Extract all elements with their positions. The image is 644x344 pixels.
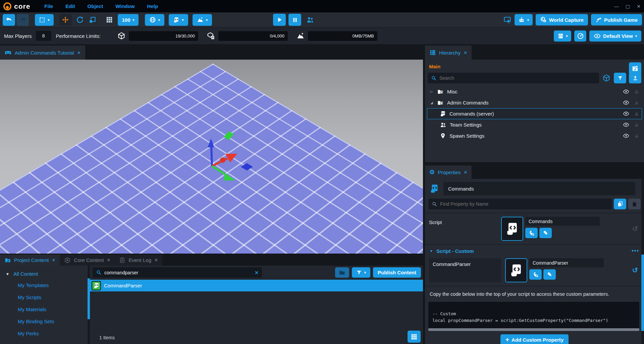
hierarchy-row-admin-commands[interactable]: ◢ Admin Commands: [427, 97, 642, 108]
rotate-tool-button[interactable]: [76, 16, 84, 24]
find-asset-button[interactable]: [525, 228, 538, 238]
menu-object[interactable]: Object: [88, 3, 103, 9]
gizmo-y-arrow[interactable]: [224, 173, 235, 181]
tab-scene[interactable]: Admin Commands Tutorial ✕: [0, 46, 85, 60]
custom-property-value-field[interactable]: CommandParser: [529, 258, 604, 267]
clear-search-icon[interactable]: ✕: [255, 270, 259, 275]
performance-gauge-button[interactable]: [574, 30, 586, 42]
expand-triangle-icon[interactable]: ▼: [6, 272, 9, 276]
tab-close-icon[interactable]: ✕: [52, 258, 55, 263]
terrain-dropdown[interactable]: ▾: [193, 14, 212, 26]
world-capture-button[interactable]: World Capture: [536, 14, 588, 25]
close-button[interactable]: ✕: [637, 4, 641, 9]
properties-scrollbar-thumb[interactable]: [641, 255, 644, 331]
code-horizontal-scrollbar[interactable]: [428, 328, 639, 331]
hierarchy-search-input[interactable]: [439, 75, 596, 81]
sidebar-item-my-perks[interactable]: My Perks: [0, 328, 88, 340]
gizmo-z-axis[interactable]: [211, 147, 212, 166]
tab-close-icon[interactable]: ✕: [107, 258, 111, 263]
copy-properties-button[interactable]: [614, 199, 626, 209]
undo-button[interactable]: [3, 14, 15, 26]
transform-gizmo[interactable]: [0, 60, 423, 254]
tab-close-icon[interactable]: ✕: [464, 50, 467, 55]
expand-triangle-icon[interactable]: ◢: [430, 101, 436, 105]
content-search-box[interactable]: ✕: [93, 267, 262, 278]
tab-close-icon[interactable]: ✕: [77, 50, 81, 55]
visibility-eye-icon[interactable]: [623, 88, 629, 95]
add-custom-property-button[interactable]: + Add Custom Property: [500, 334, 569, 344]
menu-window[interactable]: Window: [115, 3, 135, 9]
grid-snap-button[interactable]: [106, 16, 113, 23]
hierarchy-row-spawn-settings[interactable]: Spawn Settings: [427, 130, 642, 141]
move-tool-button[interactable]: [59, 14, 72, 26]
publish-game-button[interactable]: Publish Game: [591, 14, 642, 25]
tab-core-content[interactable]: Core Content ✕: [60, 255, 115, 266]
script-asset-slot[interactable]: [501, 217, 523, 241]
hierarchy-row-team-settings[interactable]: Team Settings: [427, 119, 642, 130]
tab-event-log[interactable]: Event Log ✕: [115, 255, 162, 266]
play-button[interactable]: [273, 14, 286, 26]
script-value-field[interactable]: Commands: [525, 217, 600, 226]
sidebar-item-my-binding-sets[interactable]: My Binding Sets: [0, 316, 88, 328]
multiplayer-preview-button[interactable]: [306, 16, 314, 24]
tab-close-icon[interactable]: ✕: [154, 258, 158, 263]
scale-tool-button[interactable]: [89, 16, 96, 24]
hierarchy-filter-button[interactable]: [614, 73, 626, 83]
section-menu-icon[interactable]: •••: [632, 248, 639, 254]
tab-project-content[interactable]: Project Content ✕: [0, 255, 60, 266]
reset-property-icon[interactable]: ↺: [632, 225, 640, 233]
lock-icon[interactable]: [634, 122, 639, 128]
snap-size-dropdown[interactable]: 100▾: [118, 14, 139, 26]
lock-icon[interactable]: [634, 111, 639, 117]
content-result-row[interactable]: CommandParser: [90, 280, 423, 291]
default-view-dropdown[interactable]: Default View▾: [589, 30, 641, 42]
section-collapse-icon[interactable]: ▼: [430, 249, 433, 253]
visibility-eye-icon[interactable]: [623, 111, 629, 117]
restore-button[interactable]: ▢: [626, 4, 630, 9]
property-search-box[interactable]: [428, 199, 612, 209]
menu-edit[interactable]: Edit: [65, 3, 75, 9]
pause-button[interactable]: [288, 14, 301, 26]
gizmo-plane-handle-blue[interactable]: [241, 163, 253, 170]
paste-properties-button[interactable]: [628, 199, 641, 209]
select-tool-button[interactable]: ▾: [35, 14, 54, 26]
tab-hierarchy[interactable]: Hierarchy ✕: [425, 46, 472, 60]
content-search-input[interactable]: [104, 270, 252, 275]
lock-icon[interactable]: [634, 133, 639, 139]
cinematic-capture-button[interactable]: [629, 62, 641, 74]
script-asset-slot[interactable]: [505, 258, 527, 282]
collapse-triangle-icon[interactable]: ▷: [430, 90, 436, 93]
hierarchy-search-box[interactable]: [428, 73, 599, 83]
script-custom-section-header[interactable]: ▼ Script - Custom •••: [425, 244, 644, 257]
visibility-eye-icon[interactable]: [623, 99, 629, 106]
screen-share-button[interactable]: [503, 16, 512, 24]
menu-help[interactable]: Help: [147, 3, 158, 9]
sidebar-scrollbar-thumb[interactable]: [88, 278, 90, 319]
bot-dropdown[interactable]: ▾: [515, 14, 533, 25]
visibility-eye-icon[interactable]: [623, 122, 629, 128]
sidebar-item-my-scripts[interactable]: My Scripts: [0, 291, 88, 303]
redo-button[interactable]: [16, 14, 29, 26]
grid-view-button[interactable]: [408, 331, 421, 343]
object-name-field[interactable]: Commands: [443, 182, 635, 195]
hierarchy-row-misc[interactable]: ▷ Misc: [427, 86, 642, 97]
browse-folder-button[interactable]: [335, 267, 349, 278]
menu-file[interactable]: File: [44, 3, 53, 9]
lock-icon[interactable]: [634, 100, 639, 106]
save-dropdown[interactable]: ▾: [554, 30, 571, 42]
gizmo-plane-handle-green[interactable]: [224, 131, 234, 140]
edit-script-button[interactable]: ✎: [543, 269, 556, 280]
find-asset-button[interactable]: [529, 269, 542, 280]
publish-content-button[interactable]: Publish Content: [373, 267, 421, 278]
max-players-input[interactable]: [36, 31, 51, 41]
sidebar-item-my-materials[interactable]: My Materials: [0, 303, 88, 316]
property-search-input[interactable]: [440, 201, 608, 207]
viewport-3d[interactable]: [0, 60, 423, 254]
script-dropdown[interactable]: ▾: [169, 14, 188, 26]
content-filter-button[interactable]: ▾: [352, 267, 370, 278]
hierarchy-row-commands-server[interactable]: Commands (server): [427, 108, 642, 119]
edit-script-button[interactable]: ✎: [539, 228, 552, 238]
sidebar-item-all-content[interactable]: ▼ All Content: [0, 268, 88, 279]
gizmo-z-arrow[interactable]: [208, 139, 214, 147]
tab-close-icon[interactable]: ✕: [464, 170, 468, 175]
